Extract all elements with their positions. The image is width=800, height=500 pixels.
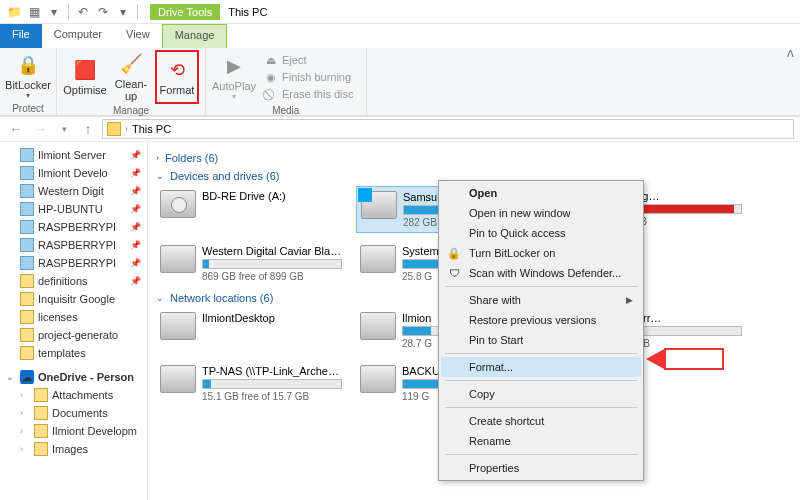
menu-item[interactable]: Create shortcut bbox=[441, 411, 641, 431]
qat-dropdown-icon[interactable]: ▾ bbox=[46, 4, 62, 20]
bitlocker-button[interactable]: 🔒 BitLocker ▾ bbox=[6, 50, 50, 102]
bitlocker-label: BitLocker bbox=[5, 79, 51, 91]
tree-item[interactable]: licenses bbox=[2, 308, 145, 326]
format-button[interactable]: ⟲ Format bbox=[155, 50, 199, 104]
menu-item-label: Rename bbox=[469, 435, 511, 447]
optimise-button[interactable]: 🟥 Optimise bbox=[63, 50, 107, 104]
erase-disc-button[interactable]: ⃠Erase this disc bbox=[262, 86, 356, 102]
tree-item[interactable]: RASPBERRYPI📌 bbox=[2, 236, 145, 254]
ribbon: 🔒 BitLocker ▾ Protect 🟥 Optimise 🧹 Clean… bbox=[0, 48, 800, 116]
format-icon: ⟲ bbox=[165, 58, 189, 82]
tree-item[interactable]: definitions📌 bbox=[2, 272, 145, 290]
tree-item[interactable]: ›Documents bbox=[2, 404, 145, 422]
chevron-right-icon: › bbox=[156, 153, 159, 163]
tree-item[interactable]: HP-UBUNTU📌 bbox=[2, 200, 145, 218]
drive-tile[interactable]: Western Digital Caviar Black B (H:) 869 … bbox=[156, 241, 346, 286]
lock-icon: 🔒 bbox=[16, 53, 40, 77]
tree-item[interactable]: ›Ilmiont Developm bbox=[2, 422, 145, 440]
drive-icon bbox=[360, 312, 396, 340]
drive-name: TP-NAS (\\TP-Link_ArcherC7) (W:) bbox=[202, 365, 342, 377]
tab-computer[interactable]: Computer bbox=[42, 24, 114, 48]
menu-item[interactable]: Share with▶ bbox=[441, 290, 641, 310]
drive-icon bbox=[360, 365, 396, 393]
menu-separator bbox=[445, 353, 637, 354]
tab-manage[interactable]: Manage bbox=[162, 24, 228, 48]
tree-item[interactable]: Western Digit📌 bbox=[2, 182, 145, 200]
drive-tile[interactable]: IlmiontDesktop bbox=[156, 308, 346, 353]
tree-item[interactable]: Ilmiont Develo📌 bbox=[2, 164, 145, 182]
menu-item[interactable]: Pin to Start bbox=[441, 330, 641, 350]
tree-item[interactable]: Inquisitr Google bbox=[2, 290, 145, 308]
menu-item[interactable]: Restore previous versions bbox=[441, 310, 641, 330]
menu-item[interactable]: 🔒Turn BitLocker on bbox=[441, 243, 641, 263]
menu-item-label: Format... bbox=[469, 361, 513, 373]
tree-item-onedrive[interactable]: ⌄☁OneDrive - Person bbox=[2, 368, 145, 386]
drive-free-text: 869 GB free of 899 GB bbox=[202, 271, 342, 282]
navigation-pane[interactable]: Ilmiont Server📌Ilmiont Develo📌Western Di… bbox=[0, 142, 148, 500]
back-button[interactable]: ← bbox=[6, 119, 26, 139]
redo-icon[interactable]: ↷ bbox=[95, 4, 111, 20]
cleanup-button[interactable]: 🧹 Clean-up bbox=[109, 50, 153, 104]
section-folders[interactable]: › Folders (6) bbox=[156, 152, 792, 164]
up-button[interactable]: ↑ bbox=[78, 119, 98, 139]
menu-item-label: Properties bbox=[469, 462, 519, 474]
menu-item[interactable]: Copy bbox=[441, 384, 641, 404]
autoplay-button[interactable]: ▶ AutoPlay ▾ bbox=[212, 50, 256, 104]
cleanup-label: Clean-up bbox=[111, 78, 151, 102]
ribbon-group-media: ▶ AutoPlay ▾ ⏏Eject ◉Finish burning ⃠Era… bbox=[206, 48, 367, 115]
tree-item[interactable]: RASPBERRYPI📌 bbox=[2, 218, 145, 236]
menu-separator bbox=[445, 380, 637, 381]
menu-item[interactable]: Format... bbox=[441, 357, 641, 377]
tree-item[interactable]: ›Attachments bbox=[2, 386, 145, 404]
menu-item[interactable]: Rename bbox=[441, 431, 641, 451]
drive-icon bbox=[160, 312, 196, 340]
tab-file[interactable]: File bbox=[0, 24, 42, 48]
forward-button[interactable]: → bbox=[30, 119, 50, 139]
title-bar: 📁 ▦ ▾ ↶ ↷ ▾ Drive Tools This PC bbox=[0, 0, 800, 24]
chevron-down-icon: ⌄ bbox=[156, 293, 164, 303]
drive-tile[interactable]: TP-NAS (\\TP-Link_ArcherC7) (W:) 15.1 GB… bbox=[156, 361, 346, 406]
ribbon-group-protect: 🔒 BitLocker ▾ Protect bbox=[0, 48, 57, 115]
section-folders-label: Folders (6) bbox=[165, 152, 218, 164]
menu-separator bbox=[445, 454, 637, 455]
drive-tile[interactable]: BD-RE Drive (A:) bbox=[156, 186, 346, 233]
address-bar: ← → ▾ ↑ › This PC bbox=[0, 116, 800, 142]
menu-item-icon: 🛡 bbox=[447, 266, 461, 280]
context-tab-drive-tools: Drive Tools bbox=[150, 4, 220, 20]
tree-item[interactable]: Ilmiont Server📌 bbox=[2, 146, 145, 164]
menu-item[interactable]: Open in new window bbox=[441, 203, 641, 223]
section-network-label: Network locations (6) bbox=[170, 292, 273, 304]
menu-item[interactable]: Pin to Quick access bbox=[441, 223, 641, 243]
history-dropdown[interactable]: ▾ bbox=[54, 119, 74, 139]
menu-item[interactable]: 🛡Scan with Windows Defender... bbox=[441, 263, 641, 283]
address-location: This PC bbox=[132, 123, 171, 135]
main-pane[interactable]: › Folders (6) ⌄ Devices and drives (6) B… bbox=[148, 142, 800, 500]
submenu-arrow-icon: ▶ bbox=[626, 295, 633, 305]
tab-view[interactable]: View bbox=[114, 24, 162, 48]
chevron-down-icon: ▾ bbox=[26, 91, 30, 100]
finish-burning-button[interactable]: ◉Finish burning bbox=[262, 69, 356, 85]
ribbon-collapse-icon[interactable]: ᐱ bbox=[787, 48, 794, 59]
menu-item[interactable]: Properties bbox=[441, 458, 641, 478]
properties-icon[interactable]: ▦ bbox=[26, 4, 42, 20]
tree-item[interactable]: project-generato bbox=[2, 326, 145, 344]
undo-icon[interactable]: ↶ bbox=[75, 4, 91, 20]
tree-item[interactable]: templates bbox=[2, 344, 145, 362]
menu-item[interactable]: Open bbox=[441, 183, 641, 203]
drive-icon bbox=[160, 365, 196, 393]
group-label-media: Media bbox=[212, 104, 360, 117]
folder-icon: 📁 bbox=[6, 4, 22, 20]
tree-item[interactable]: ›Images bbox=[2, 440, 145, 458]
tree-item[interactable]: RASPBERRYPI📌 bbox=[2, 254, 145, 272]
eject-button[interactable]: ⏏Eject bbox=[262, 52, 356, 68]
menu-item-label: Create shortcut bbox=[469, 415, 544, 427]
qat-dropdown-icon[interactable]: ▾ bbox=[115, 4, 131, 20]
menu-separator bbox=[445, 407, 637, 408]
address-field[interactable]: › This PC bbox=[102, 119, 794, 139]
drive-name: Western Digital Caviar Black B (H:) bbox=[202, 245, 342, 257]
eject-icon: ⏏ bbox=[264, 53, 278, 67]
burn-icon: ◉ bbox=[264, 70, 278, 84]
autoplay-label: AutoPlay bbox=[212, 80, 256, 92]
drive-free-text: 15.1 GB free of 15.7 GB bbox=[202, 391, 342, 402]
drive-icon bbox=[160, 190, 196, 218]
